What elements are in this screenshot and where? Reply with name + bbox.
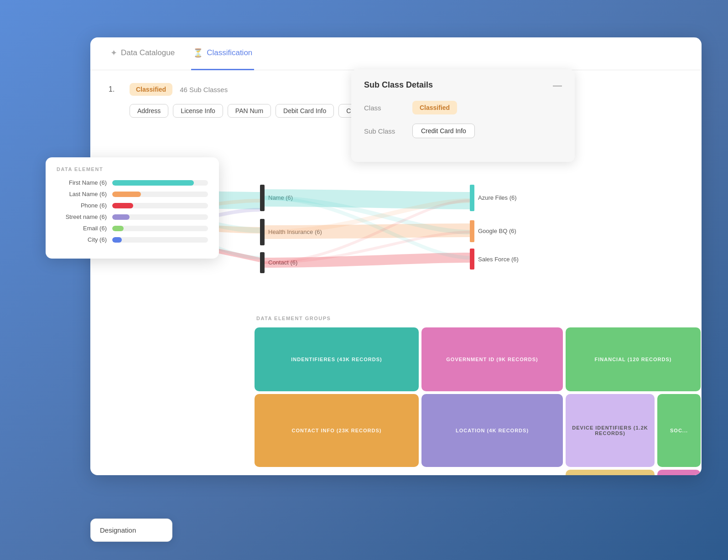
treemap-education: EDUCATION (200 RECORDS) xyxy=(566,470,655,475)
de-bar-email xyxy=(112,226,124,231)
de-bar-container-firstname xyxy=(112,180,208,186)
panel-close-button[interactable]: — xyxy=(553,81,562,90)
de-label-city: City (6) xyxy=(57,236,107,243)
treemap-identifiers: INDENTIFIERES (43K RECORDS) xyxy=(255,327,419,391)
classification-label: Classification xyxy=(207,48,252,57)
de-bar-firstname xyxy=(112,180,194,186)
sankey-label-azure: Azure Files (6) xyxy=(478,194,517,201)
treemap-financial: FINANCIAL (120 RECORDS) xyxy=(566,327,701,391)
panel-subclass-row: Sub Class Credit Card Info xyxy=(364,124,562,138)
tab-classification[interactable]: ⏳ Classification xyxy=(191,37,254,70)
panel-class-value: Classified xyxy=(412,101,457,114)
de-row-city: City (6) xyxy=(57,236,208,243)
de-bar-container-lastname xyxy=(112,192,208,197)
panel-class-row: Class Classified xyxy=(364,101,562,114)
sankey-label-salesforce: Sales Force (6) xyxy=(478,256,519,263)
panel-title: Sub Class Details xyxy=(364,80,433,90)
sankey-node-salesforce xyxy=(470,249,474,270)
classified-badge[interactable]: Classified xyxy=(130,83,172,96)
panel-subclass-value: Credit Card Info xyxy=(412,124,475,138)
data-element-section-label: DATA ELEMENT xyxy=(57,166,208,172)
treemap-contact-info: CONTACT INFO (23K RECORDS) xyxy=(255,394,419,467)
de-bar-container-streetname xyxy=(112,214,208,220)
class-number: 1. xyxy=(109,85,122,93)
de-label-email: Email (6) xyxy=(57,225,107,232)
de-label-lastname: Last Name (6) xyxy=(57,191,107,197)
de-bar-city xyxy=(112,237,122,243)
panel-class-label: Class xyxy=(364,104,405,112)
sub-class-panel: Sub Class Details — Class Classified Sub… xyxy=(351,69,575,162)
tab-data-catalogue[interactable]: ✦ Data Catalogue xyxy=(109,37,177,70)
sankey-node-healthins xyxy=(260,219,265,245)
de-label-phone: Phone (6) xyxy=(57,202,107,209)
tag-address[interactable]: Address xyxy=(130,104,168,118)
nav-bar: ✦ Data Catalogue ⏳ Classification xyxy=(90,37,702,70)
treemap-government-id: GOVERNMENT ID (9K RECORDS) xyxy=(421,327,563,391)
de-bar-container-phone xyxy=(112,203,208,208)
data-element-card: DATA ELEMENT First Name (6) Last Name (6… xyxy=(46,157,219,259)
de-row-email: Email (6) xyxy=(57,225,208,232)
de-bar-streetname xyxy=(112,214,130,220)
panel-subclass-label: Sub Class xyxy=(364,127,405,135)
sankey-label-googlebq: Google BQ (6) xyxy=(478,228,516,234)
treemap-soc: SOC... xyxy=(657,394,701,467)
treemap-section-label: DATA ELEMENT GROUPS xyxy=(255,316,697,321)
sankey-node-name xyxy=(260,185,265,211)
tag-pan-num[interactable]: PAN Num xyxy=(228,104,271,118)
tag-debit-card[interactable]: Debit Card Info xyxy=(276,104,334,118)
data-catalogue-label: Data Catalogue xyxy=(121,48,175,57)
classification-icon: ⏳ xyxy=(193,48,203,58)
de-label-streetname: Street name (6) xyxy=(57,213,107,220)
sankey-node-googlebq xyxy=(470,220,474,242)
de-bar-container-email xyxy=(112,226,208,231)
de-label-firstname: First Name (6) xyxy=(57,179,107,186)
data-catalogue-icon: ✦ xyxy=(110,48,117,58)
de-row-phone: Phone (6) xyxy=(57,202,208,209)
treemap-grid: INDENTIFIERES (43K RECORDS) GOVERNMENT I… xyxy=(255,327,697,475)
sankey-node-azure xyxy=(470,185,474,211)
tag-license-info[interactable]: License Info xyxy=(173,104,223,118)
de-row-lastname: Last Name (6) xyxy=(57,191,208,197)
treemap-medical: MEDICAL (87 RECORDS) xyxy=(657,470,701,475)
treemap-location: LOCATION (4K RECORDS) xyxy=(421,394,563,467)
de-bar-container-city xyxy=(112,237,208,243)
sub-classes-label: 46 Sub Classes xyxy=(180,86,228,93)
treemap-section: DATA ELEMENT GROUPS INDENTIFIERES (43K R… xyxy=(255,311,697,475)
de-row-streetname: Street name (6) xyxy=(57,213,208,220)
de-row-firstname: First Name (6) xyxy=(57,179,208,186)
designation-label: Designation xyxy=(100,526,136,534)
de-bar-phone xyxy=(112,203,133,208)
treemap-device-identifiers: DEVICE IDENTIFIERS (1.2K RECORDS) xyxy=(566,394,655,467)
designation-box: Designation xyxy=(90,519,172,542)
sankey-node-contact xyxy=(260,252,265,273)
panel-header: Sub Class Details — xyxy=(364,80,562,90)
de-bar-lastname xyxy=(112,192,141,197)
